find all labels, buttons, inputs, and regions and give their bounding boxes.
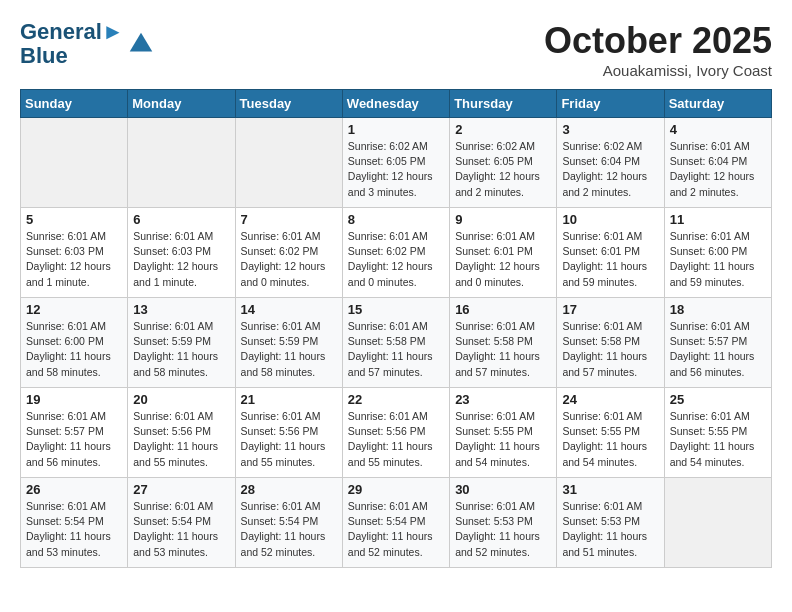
logo-text: General►Blue [20,20,124,68]
weekday-header-sunday: Sunday [21,90,128,118]
calendar-cell [235,118,342,208]
day-info: Sunrise: 6:01 AM Sunset: 5:58 PM Dayligh… [348,319,444,380]
calendar-cell [128,118,235,208]
calendar-cell: 2Sunrise: 6:02 AM Sunset: 6:05 PM Daylig… [450,118,557,208]
calendar-cell: 6Sunrise: 6:01 AM Sunset: 6:03 PM Daylig… [128,208,235,298]
calendar-cell: 1Sunrise: 6:02 AM Sunset: 6:05 PM Daylig… [342,118,449,208]
day-info: Sunrise: 6:01 AM Sunset: 6:00 PM Dayligh… [26,319,122,380]
week-row-5: 26Sunrise: 6:01 AM Sunset: 5:54 PM Dayli… [21,478,772,568]
week-row-2: 5Sunrise: 6:01 AM Sunset: 6:03 PM Daylig… [21,208,772,298]
day-info: Sunrise: 6:01 AM Sunset: 5:54 PM Dayligh… [241,499,337,560]
day-number: 18 [670,302,766,317]
day-number: 24 [562,392,658,407]
weekday-header-monday: Monday [128,90,235,118]
calendar-cell: 3Sunrise: 6:02 AM Sunset: 6:04 PM Daylig… [557,118,664,208]
day-number: 9 [455,212,551,227]
day-number: 14 [241,302,337,317]
day-number: 3 [562,122,658,137]
weekday-header-tuesday: Tuesday [235,90,342,118]
day-number: 30 [455,482,551,497]
calendar-cell: 7Sunrise: 6:01 AM Sunset: 6:02 PM Daylig… [235,208,342,298]
day-info: Sunrise: 6:01 AM Sunset: 5:56 PM Dayligh… [133,409,229,470]
week-row-4: 19Sunrise: 6:01 AM Sunset: 5:57 PM Dayli… [21,388,772,478]
day-number: 4 [670,122,766,137]
weekday-header-thursday: Thursday [450,90,557,118]
day-number: 12 [26,302,122,317]
weekday-header-saturday: Saturday [664,90,771,118]
calendar-cell: 23Sunrise: 6:01 AM Sunset: 5:55 PM Dayli… [450,388,557,478]
day-info: Sunrise: 6:01 AM Sunset: 6:00 PM Dayligh… [670,229,766,290]
day-number: 13 [133,302,229,317]
calendar-cell: 10Sunrise: 6:01 AM Sunset: 6:01 PM Dayli… [557,208,664,298]
week-row-1: 1Sunrise: 6:02 AM Sunset: 6:05 PM Daylig… [21,118,772,208]
day-number: 11 [670,212,766,227]
calendar-cell: 14Sunrise: 6:01 AM Sunset: 5:59 PM Dayli… [235,298,342,388]
day-info: Sunrise: 6:01 AM Sunset: 5:58 PM Dayligh… [455,319,551,380]
day-info: Sunrise: 6:01 AM Sunset: 5:54 PM Dayligh… [133,499,229,560]
day-number: 23 [455,392,551,407]
calendar-cell: 27Sunrise: 6:01 AM Sunset: 5:54 PM Dayli… [128,478,235,568]
calendar-cell: 8Sunrise: 6:01 AM Sunset: 6:02 PM Daylig… [342,208,449,298]
calendar-cell [664,478,771,568]
day-info: Sunrise: 6:01 AM Sunset: 6:03 PM Dayligh… [133,229,229,290]
calendar-table: SundayMondayTuesdayWednesdayThursdayFrid… [20,89,772,568]
logo-icon [126,29,156,59]
day-info: Sunrise: 6:02 AM Sunset: 6:04 PM Dayligh… [562,139,658,200]
day-info: Sunrise: 6:01 AM Sunset: 5:59 PM Dayligh… [133,319,229,380]
day-info: Sunrise: 6:01 AM Sunset: 5:57 PM Dayligh… [670,319,766,380]
day-number: 7 [241,212,337,227]
calendar-cell: 22Sunrise: 6:01 AM Sunset: 5:56 PM Dayli… [342,388,449,478]
calendar-cell: 17Sunrise: 6:01 AM Sunset: 5:58 PM Dayli… [557,298,664,388]
day-info: Sunrise: 6:01 AM Sunset: 6:01 PM Dayligh… [562,229,658,290]
day-number: 2 [455,122,551,137]
day-info: Sunrise: 6:01 AM Sunset: 5:55 PM Dayligh… [455,409,551,470]
day-number: 26 [26,482,122,497]
day-number: 25 [670,392,766,407]
day-info: Sunrise: 6:01 AM Sunset: 6:02 PM Dayligh… [348,229,444,290]
calendar-cell: 19Sunrise: 6:01 AM Sunset: 5:57 PM Dayli… [21,388,128,478]
weekday-header-friday: Friday [557,90,664,118]
day-info: Sunrise: 6:01 AM Sunset: 5:59 PM Dayligh… [241,319,337,380]
day-number: 27 [133,482,229,497]
day-number: 19 [26,392,122,407]
month-title: October 2025 [544,20,772,62]
calendar-cell [21,118,128,208]
day-info: Sunrise: 6:01 AM Sunset: 5:58 PM Dayligh… [562,319,658,380]
day-number: 6 [133,212,229,227]
logo: General►Blue [20,20,156,68]
day-info: Sunrise: 6:01 AM Sunset: 5:55 PM Dayligh… [562,409,658,470]
calendar-cell: 9Sunrise: 6:01 AM Sunset: 6:01 PM Daylig… [450,208,557,298]
calendar-cell: 30Sunrise: 6:01 AM Sunset: 5:53 PM Dayli… [450,478,557,568]
weekday-header-wednesday: Wednesday [342,90,449,118]
calendar-cell: 21Sunrise: 6:01 AM Sunset: 5:56 PM Dayli… [235,388,342,478]
day-info: Sunrise: 6:01 AM Sunset: 5:53 PM Dayligh… [562,499,658,560]
day-info: Sunrise: 6:01 AM Sunset: 6:03 PM Dayligh… [26,229,122,290]
day-number: 17 [562,302,658,317]
calendar-cell: 20Sunrise: 6:01 AM Sunset: 5:56 PM Dayli… [128,388,235,478]
calendar-cell: 28Sunrise: 6:01 AM Sunset: 5:54 PM Dayli… [235,478,342,568]
day-number: 16 [455,302,551,317]
calendar-cell: 24Sunrise: 6:01 AM Sunset: 5:55 PM Dayli… [557,388,664,478]
page-header: General►Blue October 2025 Aouakamissi, I… [20,20,772,79]
day-info: Sunrise: 6:01 AM Sunset: 6:04 PM Dayligh… [670,139,766,200]
day-info: Sunrise: 6:01 AM Sunset: 6:01 PM Dayligh… [455,229,551,290]
calendar-cell: 13Sunrise: 6:01 AM Sunset: 5:59 PM Dayli… [128,298,235,388]
day-info: Sunrise: 6:01 AM Sunset: 6:02 PM Dayligh… [241,229,337,290]
calendar-cell: 26Sunrise: 6:01 AM Sunset: 5:54 PM Dayli… [21,478,128,568]
day-number: 21 [241,392,337,407]
calendar-cell: 25Sunrise: 6:01 AM Sunset: 5:55 PM Dayli… [664,388,771,478]
day-info: Sunrise: 6:02 AM Sunset: 6:05 PM Dayligh… [348,139,444,200]
day-info: Sunrise: 6:01 AM Sunset: 5:55 PM Dayligh… [670,409,766,470]
day-number: 31 [562,482,658,497]
weekday-header-row: SundayMondayTuesdayWednesdayThursdayFrid… [21,90,772,118]
calendar-cell: 16Sunrise: 6:01 AM Sunset: 5:58 PM Dayli… [450,298,557,388]
day-number: 29 [348,482,444,497]
calendar-cell: 31Sunrise: 6:01 AM Sunset: 5:53 PM Dayli… [557,478,664,568]
calendar-cell: 29Sunrise: 6:01 AM Sunset: 5:54 PM Dayli… [342,478,449,568]
title-block: October 2025 Aouakamissi, Ivory Coast [544,20,772,79]
day-number: 8 [348,212,444,227]
day-number: 28 [241,482,337,497]
calendar-cell: 5Sunrise: 6:01 AM Sunset: 6:03 PM Daylig… [21,208,128,298]
calendar-cell: 18Sunrise: 6:01 AM Sunset: 5:57 PM Dayli… [664,298,771,388]
day-number: 22 [348,392,444,407]
